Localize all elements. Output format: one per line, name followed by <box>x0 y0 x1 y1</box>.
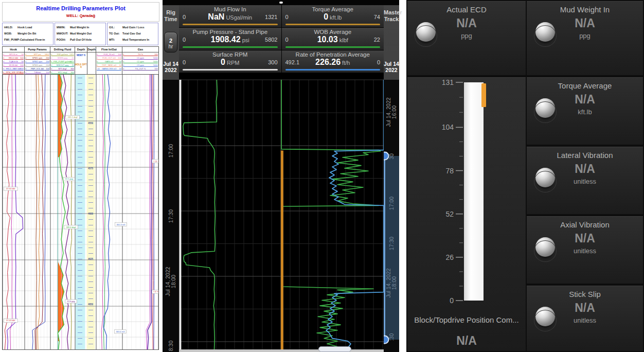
svg-text:12.6 ppg: 12.6 ppg <box>67 300 75 303</box>
gauge-unit: kft.lb <box>328 14 342 21</box>
scale-column-title: Hook <box>3 47 24 52</box>
gauge-scale-bar <box>183 24 278 25</box>
gauge-scale-bar <box>183 69 278 71</box>
legend-abbr: MTI: <box>109 37 122 43</box>
gauge-surface-rpm: Surface RPM03000 RPM <box>179 50 281 73</box>
master-date-line2: 2022 <box>385 67 397 73</box>
svg-text:7.4 %: 7.4 % <box>153 290 158 293</box>
scrollbar-thumb[interactable] <box>318 346 351 352</box>
status-led-icon <box>535 307 555 326</box>
legend-abbr: G/L: <box>109 24 122 30</box>
legend-abbr: TG Out: <box>109 30 122 37</box>
master-track-axis[interactable]: Jul 14, 202216:003017:0017:30Jul 14, 202… <box>384 80 399 352</box>
legend-abbr: POOH: <box>57 37 70 43</box>
readouts-panel: Actual ECDN/AppgMud Weight InN/AppgTorqu… <box>406 0 644 352</box>
svg-text:52: 52 <box>445 210 454 218</box>
welllog-plot[interactable]: 4550457546004625465037.94 klbf37.43 klbf… <box>2 74 159 350</box>
status-led-icon <box>535 237 555 257</box>
svg-text:4600: 4600 <box>88 213 94 215</box>
legend-desc: Mud Temperature In <box>122 38 149 41</box>
scale-row: 0PMP_VOL bbl100 <box>25 67 50 71</box>
legend-entry: TG Out:Total Gas Out <box>109 30 156 37</box>
scale-row: 0TG %100 <box>122 52 158 56</box>
scale-column-pump-params: Pump Params0SPP psi58020SPM1 spm2000SPM2… <box>25 47 50 75</box>
scale-row: 0GAIN m310 <box>96 60 122 63</box>
legend-abbr: MWOUT: <box>57 30 70 37</box>
gauge-value: 0 RPM <box>179 58 281 67</box>
legend-abbr: MWIN: <box>57 24 70 30</box>
status-led-icon <box>535 98 555 118</box>
time-axis: 17:0017:30Jul 14, 202218:008:30 <box>163 80 179 352</box>
scale-row: 0SPP psi5802 <box>25 52 50 56</box>
readout-card-axial-vibration[interactable]: Axial VibrationN/Aunitless <box>527 216 643 284</box>
page-title: Realtime Drilling Parameters Plot <box>3 5 159 11</box>
depth-unit-note: MDBT ft <box>75 54 87 57</box>
scale-row: 0BPOS m50 <box>3 52 24 56</box>
master-track-selection[interactable] <box>384 156 399 340</box>
readout-card-actual-ecd[interactable]: Actual ECDN/Appg <box>407 1 526 75</box>
scale-header-table: Hook0BPOS m500HKLD klbf5000TQA kft.lb500… <box>2 46 159 75</box>
svg-text:13.1 ppg: 13.1 ppg <box>65 178 73 180</box>
status-bar <box>163 0 399 5</box>
svg-text:363.4 m3: 363.4 m3 <box>116 330 125 333</box>
master-date: Jul 14 2022 <box>384 61 399 73</box>
gauge-value: 10.03 klbf <box>282 35 384 44</box>
legend-desc: Calculated Flow-in <box>20 38 45 41</box>
strip-chart[interactable] <box>179 73 384 352</box>
legend-desc: Pull Out Of Hole <box>70 38 92 41</box>
svg-text:4575: 4575 <box>88 167 94 170</box>
scale-row: 0FWI_PUMP gal/min1321 <box>50 60 75 63</box>
svg-text:37.94 klbf: 37.94 klbf <box>6 187 15 190</box>
card-title: Axial Vibration <box>527 220 643 229</box>
legend-abbr: WOB: <box>4 30 17 37</box>
scale-column-title: Depth <box>87 47 96 52</box>
gauge-label: Block/Topdrive Position Com... <box>407 315 526 324</box>
card-title: Actual ECD <box>407 5 526 14</box>
svg-text:4650: 4650 <box>88 303 94 306</box>
scale-row: 0TVA bbl100 <box>25 71 50 74</box>
scale-column-title: Pump Params <box>25 47 50 52</box>
horizontal-scrollbar[interactable] <box>179 349 384 352</box>
legend-entry: MWOUT:Mud Weight Out <box>57 30 104 37</box>
legend-desc: Total Gas Out <box>122 32 141 35</box>
scale-line <box>97 70 121 71</box>
chart-date-line1: Jul 14 <box>163 61 178 67</box>
scale-column-drilling-fluid: Drilling Fluid0FWI gal/min13210MWIN ppg2… <box>50 47 75 75</box>
time-tick-label: 17:30 <box>168 209 174 223</box>
card-title: Mud Weight In <box>527 5 643 14</box>
time-tick-label: 8:30 <box>168 341 174 351</box>
status-led-icon <box>535 22 555 42</box>
svg-text:78: 78 <box>445 167 454 175</box>
time-range-button[interactable]: 2 hr <box>164 32 177 52</box>
gauge-title: Pump Pressure - Stand Pipe <box>179 29 281 35</box>
scale-row: 0SPM2 spm200 <box>25 60 50 63</box>
scale-row: 0WOB klbf100 <box>3 63 24 67</box>
legend-abbr: FWI_PUMP: <box>4 37 20 43</box>
readout-card-torque-average[interactable]: Torque AverageN/Akft.lb <box>527 77 643 145</box>
gauge-title: Surface RPM <box>179 51 281 58</box>
readout-card-lateral-vibration[interactable]: Lateral VibrationN/Aunitless <box>527 147 643 214</box>
readout-card-stick-slip[interactable]: Stick SlipN/Aunitless <box>527 286 643 351</box>
rig-time-sidebar: Rig Time 2 hr Jul 14 2022 17:0017:30Jul … <box>163 5 179 352</box>
svg-text:104: 104 <box>442 123 454 131</box>
gauge-unit: RPM <box>225 60 240 66</box>
scale-row: 0FLW_OUT m3100 <box>96 56 122 60</box>
legend-desc: Mud Weight Out <box>70 32 92 35</box>
gauge-title: Mud Flow In <box>179 6 281 12</box>
gauge-pump-pressure-stand-pipe: Pump Pressure - Stand Pipe058021908.42 p… <box>179 28 281 50</box>
gauge-unit: USgal/min <box>224 14 252 21</box>
time-range-value: 2 <box>165 38 177 44</box>
gauge-torque-average: Torque Average0740 kft.lb <box>282 5 384 27</box>
legend-desc: Weight On Bit <box>17 32 36 35</box>
master-date-line1: Jul 14 <box>384 61 399 67</box>
scale-row: 0TG_OUT %100 <box>122 67 158 71</box>
block-position-gauge[interactable]: 1311047852260Block/Topdrive Position Com… <box>407 77 526 351</box>
svg-text:131: 131 <box>442 78 454 86</box>
card-title: Lateral Vibration <box>527 151 643 160</box>
legend-column-1: HKLD:Hook LoadWOB:Weight On BitFWI_PUMP:… <box>2 23 53 45</box>
rig-time-label-line1: Rig <box>166 9 175 15</box>
strip-chart-svg <box>179 73 384 352</box>
gauge-value: NaN USgal/min <box>179 12 281 22</box>
readout-card-mud-weight-in[interactable]: Mud Weight InN/Appg <box>527 1 643 75</box>
chart-date: Jul 14 2022 <box>163 61 179 73</box>
